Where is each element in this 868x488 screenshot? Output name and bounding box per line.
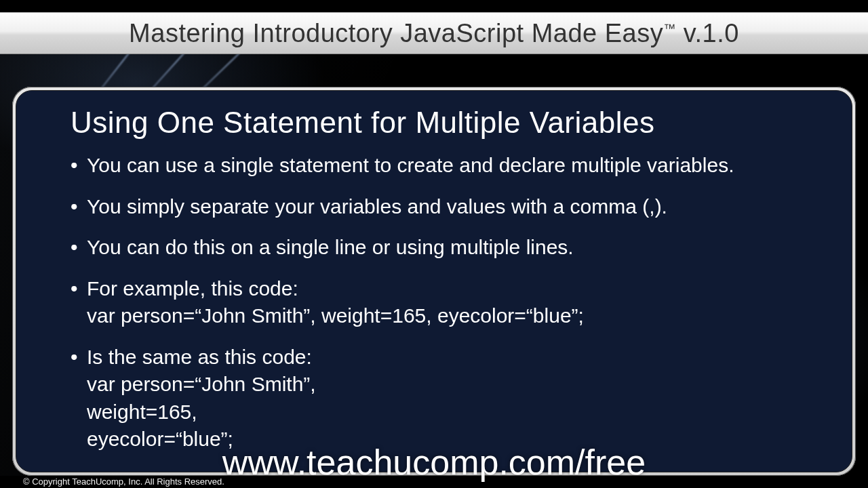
- title-trademark: ™: [663, 22, 676, 35]
- code-line: var person=“John Smith”, weight=165, eye…: [87, 302, 804, 330]
- bullet-item: You can use a single statement to create…: [71, 152, 804, 180]
- title-version: v.1.0: [676, 19, 739, 47]
- code-line: eyecolor=“blue”;: [87, 426, 804, 453]
- bullet-list: You can use a single statement to create…: [71, 152, 804, 453]
- slide-heading: Using One Statement for Multiple Variabl…: [71, 106, 804, 140]
- content-panel: Using One Statement for Multiple Variabl…: [16, 90, 852, 472]
- content-panel-frame: Using One Statement for Multiple Variabl…: [12, 87, 856, 476]
- copyright-text: © Copyright TeachUcomp, Inc. All Rights …: [23, 476, 224, 487]
- letterbox-top: [0, 0, 868, 12]
- bullet-text: For example, this code:: [87, 277, 298, 300]
- bullet-text: You can do this on a single line or usin…: [87, 236, 574, 258]
- title-main: Mastering Introductory JavaScript Made E…: [129, 19, 663, 47]
- bullet-text: You can use a single statement to create…: [87, 154, 734, 176]
- bullet-item: You simply separate your variables and v…: [71, 193, 804, 221]
- course-title: Mastering Introductory JavaScript Made E…: [129, 19, 739, 48]
- bullet-text: Is the same as this code:: [87, 346, 312, 368]
- bullet-item: Is the same as this code: var person=“Jo…: [71, 344, 804, 453]
- bullet-item: For example, this code: var person=“John…: [71, 275, 804, 330]
- bullet-item: You can do this on a single line or usin…: [71, 234, 804, 262]
- bullet-text: You simply separate your variables and v…: [87, 195, 667, 218]
- code-line: weight=165,: [87, 399, 804, 426]
- title-bar: Mastering Introductory JavaScript Made E…: [0, 12, 868, 54]
- code-line: var person=“John Smith”,: [87, 371, 804, 399]
